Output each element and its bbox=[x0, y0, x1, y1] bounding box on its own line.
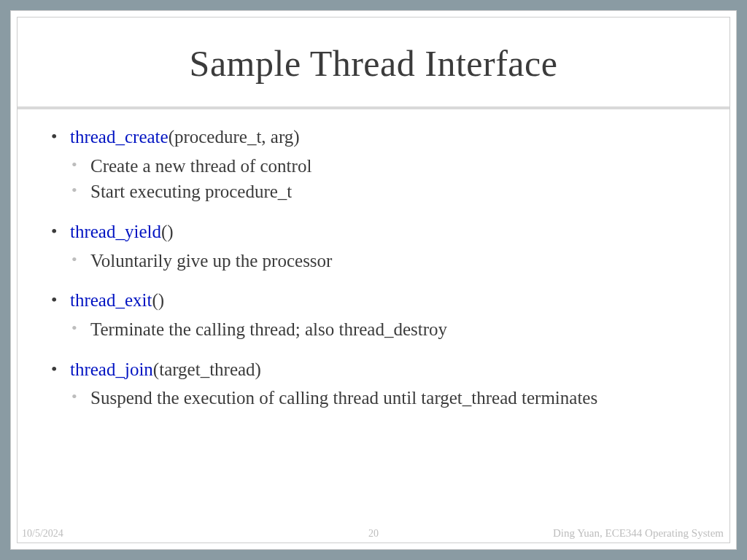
list-item: thread_yield() Voluntarily give up the p… bbox=[47, 220, 700, 273]
function-args: () bbox=[152, 290, 164, 310]
slide-title: Sample Thread Interface bbox=[32, 42, 715, 85]
function-name: thread_join bbox=[70, 359, 153, 379]
function-args: (procedure_t, arg) bbox=[169, 127, 300, 147]
function-name: thread_exit bbox=[70, 290, 152, 310]
list-item: thread_create(procedure_t, arg) Create a… bbox=[47, 125, 700, 204]
sub-item: Suspend the execution of calling thread … bbox=[70, 386, 700, 411]
footer: 10/5/2024 20 Ding Yuan, ECE344 Operating… bbox=[18, 525, 729, 540]
function-args: (target_thread) bbox=[153, 359, 261, 379]
slide-inner-frame: Sample Thread Interface thread_create(pr… bbox=[17, 17, 730, 543]
function-name: thread_yield bbox=[70, 222, 161, 241]
footer-date: 10/5/2024 bbox=[22, 528, 63, 540]
list-item: thread_join(target_thread) Suspend the e… bbox=[47, 358, 700, 411]
footer-author: Ding Yuan, ECE344 Operating System bbox=[553, 527, 724, 540]
content-area: thread_create(procedure_t, arg) Create a… bbox=[18, 109, 729, 542]
sub-item: Voluntarily give up the processor bbox=[70, 249, 700, 273]
function-args: () bbox=[161, 222, 174, 241]
sub-list: Terminate the calling thread; also threa… bbox=[70, 317, 700, 342]
sub-item: Create a new thread of control bbox=[70, 154, 700, 179]
sub-item: Start executing procedure_t bbox=[70, 179, 700, 204]
slide-outer-frame: Sample Thread Interface thread_create(pr… bbox=[10, 10, 737, 550]
function-name: thread_create bbox=[70, 127, 169, 147]
sub-list: Voluntarily give up the processor bbox=[70, 249, 700, 273]
sub-list: Create a new thread of control Start exe… bbox=[70, 154, 700, 205]
bullet-list: thread_create(procedure_t, arg) Create a… bbox=[47, 125, 700, 411]
list-item: thread_exit() Terminate the calling thre… bbox=[47, 289, 700, 341]
sub-list: Suspend the execution of calling thread … bbox=[70, 386, 700, 411]
title-area: Sample Thread Interface bbox=[18, 18, 729, 109]
footer-page-number: 20 bbox=[368, 528, 379, 540]
sub-item: Terminate the calling thread; also threa… bbox=[70, 317, 700, 342]
